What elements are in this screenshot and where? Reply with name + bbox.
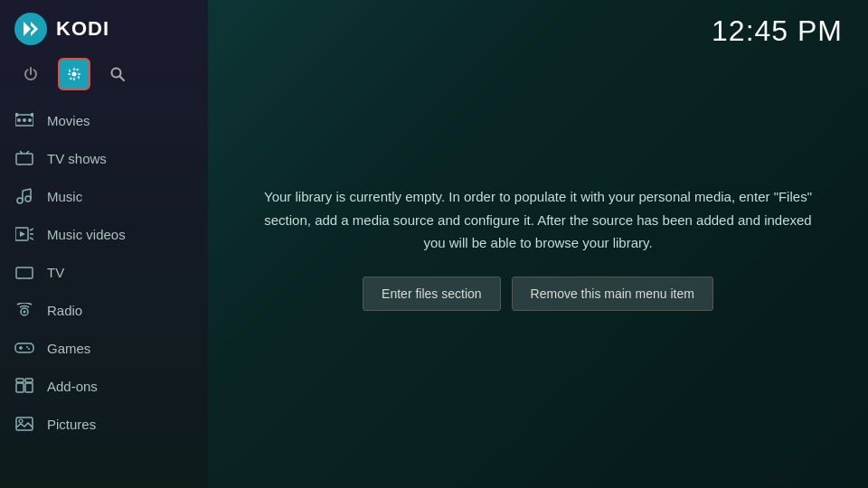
clock-display: 12:45 PM — [686, 0, 868, 62]
app-title: KODI — [56, 17, 109, 41]
svg-line-24 — [30, 229, 33, 230]
library-message: Your library is currently empty. In orde… — [262, 185, 814, 255]
svg-point-3 — [72, 72, 77, 77]
svg-point-31 — [24, 311, 26, 314]
musicvideos-icon — [14, 224, 34, 244]
sidebar-item-radio-label: Radio — [47, 303, 82, 318]
music-icon — [14, 186, 34, 206]
games-icon — [14, 338, 34, 358]
power-button[interactable] — [14, 58, 47, 90]
sidebar-item-pictures-label: Pictures — [47, 417, 96, 432]
svg-point-7 — [17, 118, 21, 122]
main-content: 12:45 PM Your library is currently empty… — [208, 0, 868, 488]
sidebar-item-games-label: Games — [47, 341, 90, 356]
svg-point-35 — [26, 346, 28, 348]
pictures-icon — [14, 414, 34, 434]
svg-rect-11 — [31, 113, 33, 117]
svg-rect-38 — [25, 383, 33, 392]
sidebar-item-music-label: Music — [47, 189, 82, 204]
svg-rect-39 — [16, 379, 24, 382]
settings-button[interactable] — [58, 58, 90, 90]
sidebar-item-addons[interactable]: Add-ons — [0, 367, 208, 405]
nav-list: Movies TV shows — [0, 101, 208, 488]
svg-rect-27 — [16, 267, 33, 278]
sidebar-item-tv[interactable]: TV — [0, 253, 208, 291]
action-buttons: Enter files section Remove this main men… — [363, 277, 713, 311]
sidebar-item-tv-label: TV — [47, 265, 64, 280]
sidebar-item-pictures[interactable]: Pictures — [0, 405, 208, 443]
sidebar-item-tvshows[interactable]: TV shows — [0, 139, 208, 177]
remove-menu-item-button[interactable]: Remove this main menu item — [512, 277, 713, 311]
svg-rect-40 — [25, 379, 33, 382]
radio-icon — [14, 300, 34, 320]
sidebar-item-tvshows-label: TV shows — [47, 151, 107, 166]
sidebar-item-games[interactable]: Games — [0, 329, 208, 367]
sidebar-item-addons-label: Add-ons — [47, 379, 98, 394]
svg-point-9 — [28, 118, 32, 122]
svg-point-8 — [23, 118, 26, 122]
svg-line-26 — [30, 238, 33, 239]
sidebar: KODI — [0, 0, 208, 488]
svg-rect-32 — [15, 343, 33, 352]
sidebar-item-movies[interactable]: Movies — [0, 101, 208, 139]
sidebar-item-musicvideos[interactable]: Music videos — [0, 215, 208, 253]
svg-point-17 — [17, 198, 23, 203]
sidebar-icon-row — [0, 54, 208, 101]
search-button[interactable] — [101, 58, 134, 90]
addons-icon — [14, 376, 34, 396]
enter-files-button[interactable]: Enter files section — [363, 277, 501, 311]
tvshows-icon — [14, 148, 34, 168]
svg-point-36 — [28, 348, 30, 350]
svg-marker-23 — [20, 231, 25, 237]
movies-icon — [14, 110, 34, 130]
sidebar-header: KODI — [0, 0, 208, 54]
svg-rect-12 — [16, 154, 33, 164]
svg-rect-37 — [16, 383, 24, 392]
svg-rect-10 — [15, 113, 18, 117]
svg-line-21 — [23, 189, 31, 191]
kodi-logo-icon — [14, 13, 47, 45]
content-area: Your library is currently empty. In orde… — [208, 62, 868, 488]
svg-line-5 — [120, 77, 125, 81]
tv-icon — [14, 262, 34, 282]
sidebar-item-music[interactable]: Music — [0, 177, 208, 215]
sidebar-item-musicvideos-label: Music videos — [47, 227, 126, 242]
sidebar-item-movies-label: Movies — [47, 113, 90, 128]
svg-point-18 — [25, 196, 31, 202]
svg-point-42 — [19, 419, 23, 423]
sidebar-item-radio[interactable]: Radio — [0, 291, 208, 329]
svg-rect-41 — [16, 418, 33, 430]
